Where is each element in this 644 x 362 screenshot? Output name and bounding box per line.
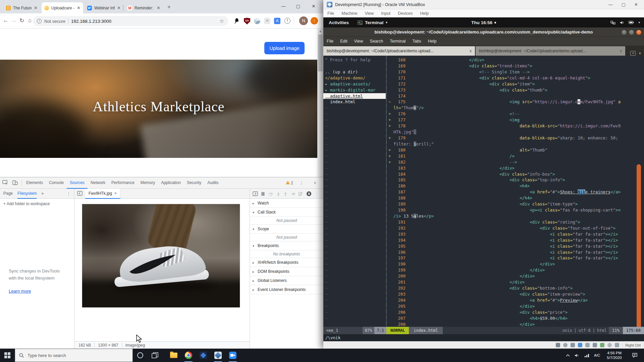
devtools-tab-security[interactable]: Security xyxy=(184,177,204,189)
devtools-menu-icon[interactable]: ⋮ xyxy=(297,181,307,185)
code-row[interactable]: 169 <div class="trend-items"> xyxy=(388,63,636,69)
code-row[interactable]: +182 --> xyxy=(388,159,636,165)
vm-display-icon[interactable] xyxy=(600,343,604,347)
back-icon[interactable]: ← xyxy=(2,17,9,24)
translate-extension-icon[interactable]: A xyxy=(274,18,280,24)
nerdtree-row[interactable]: adaptive.html xyxy=(323,93,386,99)
section-breakpoints[interactable]: ▾Breakpoints xyxy=(250,241,323,250)
learn-more-link[interactable]: Learn more xyxy=(9,289,31,294)
devtools-tab-sources[interactable]: Sources xyxy=(67,177,88,189)
code-row[interactable]: ~175 <img src="https://i.imgur.com/Fwv9H… xyxy=(388,99,636,105)
code-row[interactable]: +176 <!-- xyxy=(388,111,636,117)
code-row[interactable]: 206 <div class="price"> xyxy=(388,309,636,315)
code-row[interactable]: 172 <div class="item"> xyxy=(388,81,636,87)
nerdtree-row[interactable] xyxy=(323,63,386,69)
code-row[interactable]: 186 <h4> xyxy=(388,183,636,189)
code-row[interactable]: filter: iorill;" xyxy=(388,141,636,147)
code-row[interactable]: 168 </div> xyxy=(388,57,636,63)
tab-close-icon[interactable]: ✕ xyxy=(157,5,160,10)
code-row[interactable]: 187 <a href="#">Shoes: Nike trainers</a> xyxy=(388,189,636,195)
nerdtree-row[interactable]: index.html xyxy=(323,99,386,105)
bang-extension-icon[interactable]: ! xyxy=(284,18,290,24)
vm-network-icon[interactable] xyxy=(578,343,582,347)
terminal-maximize-button[interactable] xyxy=(629,30,634,35)
vm-audio-icon[interactable] xyxy=(571,343,575,347)
devtools-tab-performance[interactable]: Performance xyxy=(108,177,138,189)
code-row[interactable]: 191 <div class="rating"> xyxy=(388,219,636,225)
browser-tab-2[interactable]: Uploadcare - Adaptive✕ xyxy=(42,2,83,13)
code-row[interactable]: 204 <a href="#">Preview</a> xyxy=(388,297,636,303)
toggle-debugger-sidebar-icon[interactable] xyxy=(253,191,258,196)
terminal-scrollbar-thumb[interactable] xyxy=(637,164,641,339)
page-info-icon[interactable]: i xyxy=(37,19,42,23)
code-row[interactable]: 190 <p><i class="fas fa-shopping-cart">< xyxy=(388,207,636,213)
terminal-menu-terminal[interactable]: Terminal xyxy=(390,39,406,44)
section-scope[interactable]: ▾Scope xyxy=(250,225,323,234)
code-row[interactable]: +179 data-blink-ops="sharp: 10; enhance:… xyxy=(388,135,636,141)
step-icon[interactable] xyxy=(290,192,295,196)
nerdtree-pane[interactable]: " Press ? for help.. (up a dir)</adaptiv… xyxy=(323,57,386,321)
tab-close-icon[interactable]: ✕ xyxy=(34,5,38,10)
vim-editor[interactable]: " Press ? for help.. (up a dir)</adaptiv… xyxy=(323,56,644,327)
nav-menu-icon[interactable]: ⋮ xyxy=(67,191,71,196)
device-toolbar-icon[interactable] xyxy=(10,180,20,186)
file-tab-close-icon[interactable]: × xyxy=(114,191,117,196)
tray-network-icon[interactable] xyxy=(584,353,589,357)
tab-close-icon[interactable]: ✕ xyxy=(117,5,121,10)
terminal-tab-1[interactable]: bishibop@development: ~/Code/Uploadcare/… xyxy=(323,46,475,56)
code-row[interactable]: 185 <div class="top-info"> xyxy=(388,177,636,183)
code-row[interactable]: 205 </div> xyxy=(388,303,636,309)
forward-icon[interactable]: → xyxy=(10,17,17,24)
code-row[interactable]: 201 </div> xyxy=(388,279,636,285)
home-icon[interactable]: ⌂ xyxy=(26,17,34,24)
devtools-close-icon[interactable]: × xyxy=(310,181,320,185)
zoom-button[interactable] xyxy=(225,349,240,362)
code-row[interactable]: 189 <div class="item-type"> xyxy=(388,201,636,207)
nav-tab-filesystem[interactable]: Filesystem xyxy=(17,189,37,199)
scrollbar-thumb[interactable] xyxy=(318,35,323,71)
code-row[interactable]: 192 <div class="four-out-of-five"> xyxy=(388,225,636,231)
devtools-tab-elements[interactable]: Elements xyxy=(23,177,46,189)
vm-recording-icon[interactable] xyxy=(607,343,612,347)
nerdtree-row[interactable]: .. (up a dir) xyxy=(323,69,386,75)
pause-script-icon[interactable] xyxy=(261,192,265,196)
terminal-tab-2[interactable]: bishibop@development: ~/Code/Uploadcare/… xyxy=(476,46,625,56)
page-scrollbar[interactable]: ▲ xyxy=(317,28,323,177)
code-row[interactable]: 171 <div class="col-md-4 col-sm-6 equal-… xyxy=(388,75,636,81)
vbox-close-button[interactable]: ✕ xyxy=(634,2,638,7)
nerdtree-row[interactable]: ▸ adaptive-assets/ xyxy=(323,81,386,87)
cortana-button[interactable] xyxy=(133,349,148,362)
code-row[interactable]: 207 <h4>$59.00</h4> xyxy=(388,315,636,321)
vm-usb-icon[interactable] xyxy=(585,343,590,347)
vim-command-line[interactable]: /\vnik xyxy=(323,334,644,341)
action-center-button[interactable] xyxy=(629,349,641,362)
nerdtree-row[interactable]: </adaptive-demo/ xyxy=(323,75,386,81)
browser-tab-4[interactable]: Reminder: The Future✕ xyxy=(125,2,163,13)
nerdtree-row[interactable]: ▸ markis-digital-mar xyxy=(323,87,386,93)
inspect-element-icon[interactable] xyxy=(0,180,10,186)
vbox-menu-input[interactable]: Input xyxy=(381,11,390,16)
open-new-tab-icon[interactable]: + xyxy=(630,51,636,56)
code-row[interactable]: /i> 13 Sales</p> xyxy=(388,213,636,219)
code-row[interactable]: 184 <div class="info-box"> xyxy=(388,171,636,177)
vm-shared-folders-icon[interactable] xyxy=(593,343,597,347)
code-row[interactable]: 208 </div> xyxy=(388,321,636,327)
profile-avatar[interactable]: N xyxy=(299,16,308,25)
code-row[interactable]: 203 <div class="item-preview"> xyxy=(388,291,636,297)
new-tab-button[interactable]: + xyxy=(165,3,173,11)
browser-close-button[interactable]: ✕ xyxy=(307,0,321,12)
devtools-tab-console[interactable]: Console xyxy=(46,177,67,189)
tray-volume-icon[interactable] xyxy=(575,353,580,358)
gnome-clock[interactable]: Thu 16:56 xyxy=(323,20,644,25)
browser-minimize-button[interactable]: — xyxy=(276,0,290,12)
devtools-tab-audits[interactable]: Audits xyxy=(204,177,221,189)
chrome-button[interactable] xyxy=(181,349,196,362)
virtualbox-button[interactable] xyxy=(211,349,225,362)
chrome-update-menu-icon[interactable] xyxy=(311,17,318,24)
file-explorer-button[interactable] xyxy=(166,349,181,362)
hidden-icons-chevron[interactable] xyxy=(566,354,570,357)
virtualbox-titlebar[interactable]: Development2 [Running] - Oracle VM Virtu… xyxy=(323,0,644,9)
step-over-icon[interactable] xyxy=(268,192,273,196)
tab-close-icon[interactable]: x xyxy=(620,49,622,53)
nav-tab-page[interactable]: Page xyxy=(3,189,13,199)
